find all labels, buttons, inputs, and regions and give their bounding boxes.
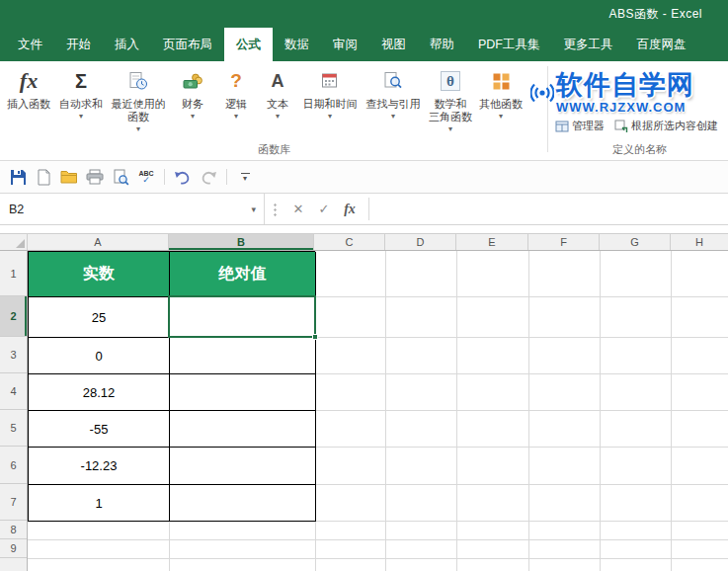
tab-pdf-tools[interactable]: PDF工具集 xyxy=(466,28,552,61)
question-mark-icon: ? xyxy=(230,66,242,96)
cells-area[interactable]: 实数 绝对值 25 0 28.12 -55 -12.23 1 xyxy=(28,251,728,571)
financial-button[interactable]: 财务 ▾ xyxy=(170,61,215,122)
tab-view[interactable]: 视图 xyxy=(369,28,418,61)
row-header-7[interactable]: 7 xyxy=(0,484,27,521)
print-preview-button[interactable] xyxy=(109,165,132,189)
recent-functions-icon xyxy=(128,66,148,96)
row-header-9[interactable]: 9 xyxy=(0,539,27,558)
create-from-selection-button[interactable]: 根据所选内容创建 xyxy=(614,119,718,133)
watermark-title: 软件自学网 xyxy=(556,71,694,100)
new-document-button[interactable] xyxy=(32,165,55,189)
cell-a6[interactable]: -12.23 xyxy=(29,448,170,485)
column-header-h[interactable]: H xyxy=(671,234,728,250)
cell-b1[interactable]: 绝对值 xyxy=(170,252,316,297)
math-trig-button[interactable]: θ 数学和 三角函数 ▾ xyxy=(425,61,476,134)
column-header-a[interactable]: A xyxy=(28,234,169,250)
recently-used-button[interactable]: 最近使用的 函数 ▾ xyxy=(107,61,170,134)
title-bar: ABS函数 - Excel xyxy=(0,0,728,28)
cell-b2[interactable] xyxy=(170,297,316,338)
watermark-url: WWW.RJZXW.COM xyxy=(556,100,686,115)
row-header-6[interactable]: 6 xyxy=(0,447,27,484)
tab-review[interactable]: 审阅 xyxy=(321,28,369,61)
save-button[interactable] xyxy=(6,165,30,189)
column-header-b[interactable]: B xyxy=(169,234,314,250)
column-header-f[interactable]: F xyxy=(528,234,600,250)
select-all-button[interactable] xyxy=(0,234,28,250)
formula-bar-gap xyxy=(0,225,728,233)
magnifier-icon xyxy=(383,66,403,96)
tab-file[interactable]: 文件 xyxy=(6,28,54,61)
logical-button[interactable]: ? 逻辑 ▾ xyxy=(215,61,257,122)
open-button[interactable] xyxy=(57,165,81,189)
redo-button[interactable] xyxy=(197,165,220,189)
date-time-button[interactable]: 日期和时间 ▾ xyxy=(298,61,362,122)
cell-b3[interactable] xyxy=(170,338,316,374)
math-trig-label: 数学和 三角函数 xyxy=(429,98,472,123)
group-label-defined-names: 定义的名称 xyxy=(551,142,728,157)
row-header-2[interactable]: 2 xyxy=(0,296,27,337)
cell-b6[interactable] xyxy=(170,448,316,485)
more-functions-button[interactable]: 其他函数 ▾ xyxy=(476,61,526,122)
lookup-reference-label: 查找与引用 xyxy=(366,98,421,111)
row-header-4[interactable]: 4 xyxy=(0,373,27,410)
row-header-3[interactable]: 3 xyxy=(0,337,27,373)
fx-icon: fx xyxy=(20,66,38,96)
date-time-label: 日期和时间 xyxy=(303,98,358,111)
cell-b4[interactable] xyxy=(170,374,316,411)
qat-separator xyxy=(226,169,227,185)
financial-label: 财务 xyxy=(182,98,203,111)
tab-page-layout[interactable]: 页面布局 xyxy=(151,28,224,61)
row-header-1[interactable]: 1 xyxy=(0,251,27,296)
insert-function-fx-button[interactable]: fx xyxy=(337,194,363,224)
cell-b7[interactable] xyxy=(170,485,316,522)
column-header-d[interactable]: D xyxy=(385,234,456,250)
tab-formulas[interactable]: 公式 xyxy=(224,28,273,61)
redo-icon xyxy=(200,170,217,185)
cell-a4[interactable]: 28.12 xyxy=(29,374,170,411)
column-header-e[interactable]: E xyxy=(456,234,528,250)
defined-names-buttons: 管理器 根据所选内容创建 xyxy=(555,119,718,133)
text-button[interactable]: A 文本 ▾ xyxy=(257,61,298,122)
cell-a3[interactable]: 0 xyxy=(29,338,170,374)
undo-button[interactable] xyxy=(171,165,195,189)
sigma-icon: Σ xyxy=(75,66,87,96)
name-box-dropdown-icon[interactable]: ▾ xyxy=(251,204,264,214)
dropdown-arrow-icon: ▾ xyxy=(328,112,332,122)
tab-data[interactable]: 数据 xyxy=(273,28,321,61)
formula-bar: B2 ▾ ✕ ✓ fx xyxy=(0,194,728,225)
dropdown-arrow-icon: ▾ xyxy=(499,112,503,122)
column-header-c[interactable]: C xyxy=(314,234,385,250)
customize-qat-button[interactable]: ▾ xyxy=(233,165,257,189)
fill-handle[interactable] xyxy=(312,334,318,340)
name-box[interactable]: B2 ▾ xyxy=(0,194,265,224)
lookup-reference-button[interactable]: 查找与引用 ▾ xyxy=(362,61,425,122)
row-header-8[interactable]: 8 xyxy=(0,521,27,539)
tab-baidu-netdisk[interactable]: 百度网盘 xyxy=(625,28,698,61)
formula-input[interactable] xyxy=(375,194,728,224)
cell-a1[interactable]: 实数 xyxy=(29,252,170,297)
ribbon-group-function-library: fx 插入函数 Σ 自动求和 ▾ xyxy=(2,61,546,160)
row-header-5[interactable]: 5 xyxy=(0,410,27,447)
print-button[interactable] xyxy=(83,165,107,189)
cancel-button[interactable]: ✕ xyxy=(285,194,311,224)
dropdown-arrow-icon: ▾ xyxy=(136,124,140,134)
watermark: 软件自学网 WWW.RJZXW.COM xyxy=(530,71,694,115)
spelling-button[interactable]: ABC ✓ xyxy=(134,165,158,189)
formula-bar-splitter[interactable] xyxy=(274,203,277,216)
autosum-button[interactable]: Σ 自动求和 ▾ xyxy=(55,61,107,122)
dropdown-arrow-icon: ▾ xyxy=(191,112,195,122)
cell-a2[interactable]: 25 xyxy=(29,297,170,338)
tab-help[interactable]: 帮助 xyxy=(418,28,466,61)
enter-button[interactable]: ✓ xyxy=(311,194,337,224)
cell-b5[interactable] xyxy=(170,411,316,448)
tab-more-tools[interactable]: 更多工具 xyxy=(552,28,625,61)
tab-insert[interactable]: 插入 xyxy=(103,28,151,61)
cell-a5[interactable]: -55 xyxy=(29,411,170,448)
insert-function-button[interactable]: fx 插入函数 xyxy=(2,61,55,111)
name-manager-button[interactable]: 管理器 xyxy=(555,119,605,133)
tab-home[interactable]: 开始 xyxy=(54,28,103,61)
name-manager-icon xyxy=(555,120,569,133)
column-header-g[interactable]: G xyxy=(600,234,671,250)
cell-a7[interactable]: 1 xyxy=(29,485,170,522)
create-from-selection-label: 根据所选内容创建 xyxy=(631,119,718,133)
